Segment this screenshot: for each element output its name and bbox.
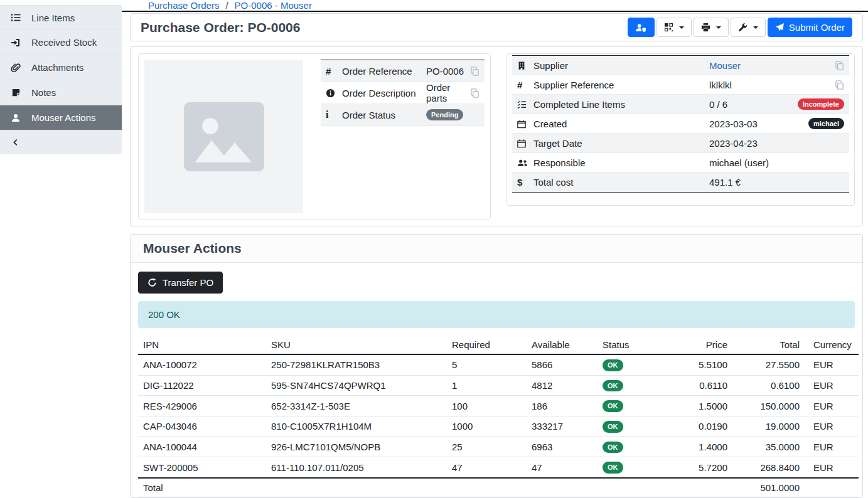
cell-sku: 611-110.107.011/0205	[266, 457, 447, 478]
cell-currency: EUR	[805, 437, 859, 457]
cell-total: 268.8400	[732, 457, 805, 478]
sidebar-collapse-button[interactable]	[0, 130, 122, 154]
hash-icon: #	[517, 80, 533, 90]
page-title: Purchase Order: PO-0006	[141, 20, 300, 35]
detail-label: Target Date	[533, 138, 709, 149]
paperclip-icon	[10, 63, 21, 73]
cell-required: 100	[447, 396, 527, 416]
parts-table-row: CAP-043046 810-C1005X7R1H104M 1000 33321…	[138, 416, 859, 437]
cell-price: 0.0190	[657, 416, 732, 437]
order-details-panel: # Order Reference PO-0006 Order Descri	[130, 46, 863, 226]
footer-total-label: Total	[138, 478, 266, 497]
chevron-down-icon	[679, 26, 684, 29]
header-toolbar: Submit Order	[628, 18, 852, 37]
column-header-currency: Currency	[805, 336, 859, 354]
sidebar-item-attachments[interactable]: Attachments	[0, 55, 122, 80]
cell-available: 6963	[527, 437, 597, 457]
users-icon	[517, 158, 533, 167]
cell-required: 1000	[447, 416, 527, 437]
detail-label: Supplier Reference	[533, 80, 709, 90]
cell-available: 333217	[527, 416, 597, 437]
cell-price: 5.5100	[657, 354, 732, 375]
admin-user-button[interactable]	[628, 18, 655, 37]
sidebar-item-label: Received Stock	[31, 37, 97, 48]
breadcrumb-current-order[interactable]: PO-0006 - Mouser	[235, 0, 312, 11]
sidebar-item-received-stock[interactable]: Received Stock	[0, 30, 122, 55]
detail-value: 0 / 6	[709, 99, 727, 110]
cell-price: 1.5000	[657, 396, 732, 416]
detail-value: michael (user)	[709, 157, 769, 168]
copy-icon[interactable]	[835, 61, 844, 70]
order-actions-button[interactable]	[731, 18, 766, 37]
detail-row-order-reference: # Order Reference PO-0006	[321, 60, 485, 82]
mouser-actions-panel: Mouser Actions Transfer PO 200 OK	[130, 234, 863, 498]
order-info-table: # Order Reference PO-0006 Order Descri	[321, 60, 485, 126]
detail-label: Total cost	[533, 177, 709, 188]
sidebar: Line Items Received Stock Attachments No…	[0, 0, 122, 498]
footer-total-value: 501.0000	[732, 478, 805, 497]
submit-order-button[interactable]: Submit Order	[768, 18, 852, 37]
detail-row-total-cost: $ Total cost 491.1 €	[512, 172, 849, 192]
detail-row-responsible: Responsible michael (user)	[512, 153, 849, 172]
info-icon: i	[326, 109, 342, 120]
hash-icon: #	[326, 66, 342, 77]
cell-sku: 595-SN74HCS74QPWRQ1	[266, 375, 447, 396]
parts-table: IPN SKU Required Available Status Price …	[138, 336, 859, 497]
sidebar-item-mouser-actions[interactable]: Mouser Actions	[0, 105, 122, 130]
cell-currency: EUR	[805, 354, 859, 375]
detail-value: lklklkl	[709, 80, 732, 90]
detail-label: Created	[533, 119, 709, 129]
print-actions-button[interactable]	[694, 18, 729, 37]
cell-available: 186	[527, 396, 597, 416]
column-header-required: Required	[447, 336, 527, 354]
column-header-status: Status	[597, 336, 657, 354]
cell-ipn: ANA-100072	[138, 354, 266, 375]
detail-label: Order Status	[342, 110, 426, 120]
cell-available: 47	[527, 457, 597, 478]
mouser-actions-body: Transfer PO 200 OK IPN SKU	[131, 263, 862, 497]
cell-sku: 250-72981KLRATR150B3	[266, 354, 447, 375]
parts-table-footer-row: Total 501.0000	[138, 478, 859, 497]
detail-row-supplier-reference: # Supplier Reference lklklkl	[512, 75, 849, 95]
sidebar-item-line-items[interactable]: Line Items	[0, 5, 122, 30]
breadcrumb-purchase-orders[interactable]: Purchase Orders	[148, 0, 219, 11]
chevron-down-icon	[753, 26, 758, 29]
paper-plane-icon	[775, 23, 785, 32]
copy-icon[interactable]	[470, 88, 480, 98]
column-header-price: Price	[657, 336, 732, 354]
breadcrumb: Purchase Orders / PO-0006 - Mouser	[122, 0, 868, 12]
detail-label: Supplier	[533, 60, 709, 71]
cell-required: 47	[447, 457, 527, 478]
note-icon	[10, 88, 21, 97]
detail-row-order-status: i Order Status Pending	[321, 104, 485, 126]
qrcode-icon	[664, 23, 673, 32]
status-ok-badge: OK	[603, 400, 623, 412]
status-alert: 200 OK	[138, 301, 855, 328]
sidebar-item-notes[interactable]: Notes	[0, 80, 122, 105]
copy-icon[interactable]	[470, 66, 480, 76]
order-image-placeholder[interactable]	[144, 60, 303, 213]
cell-available: 4812	[527, 375, 597, 396]
cell-currency: EUR	[805, 375, 859, 396]
page-header-panel: Purchase Order: PO-0006	[130, 13, 863, 41]
cell-total: 150.0000	[732, 396, 805, 416]
status-ok-badge: OK	[603, 359, 623, 371]
barcode-actions-button[interactable]	[656, 18, 692, 37]
column-header-available: Available	[527, 336, 597, 354]
cell-total: 35.0000	[732, 437, 805, 457]
list-check-icon	[517, 100, 533, 109]
user-badge: michael	[808, 118, 844, 130]
breadcrumb-separator: /	[225, 0, 228, 11]
detail-label: Completed Line Items	[533, 99, 709, 110]
parts-table-row: ANA-100044 926-LMC7101QM5/NOPB 25 6963 O…	[138, 437, 859, 457]
cell-ipn: SWT-200005	[138, 457, 266, 478]
detail-label: Order Reference	[342, 66, 426, 77]
mouser-actions-title: Mouser Actions	[131, 235, 862, 263]
cell-price: 1.4000	[657, 437, 732, 457]
transfer-po-button[interactable]: Transfer PO	[138, 272, 223, 294]
supplier-link[interactable]: Mouser	[709, 60, 741, 71]
list-icon	[10, 13, 21, 23]
copy-icon[interactable]	[835, 80, 844, 90]
detail-label: Order Description	[342, 88, 426, 98]
column-header-sku: SKU	[266, 336, 447, 354]
